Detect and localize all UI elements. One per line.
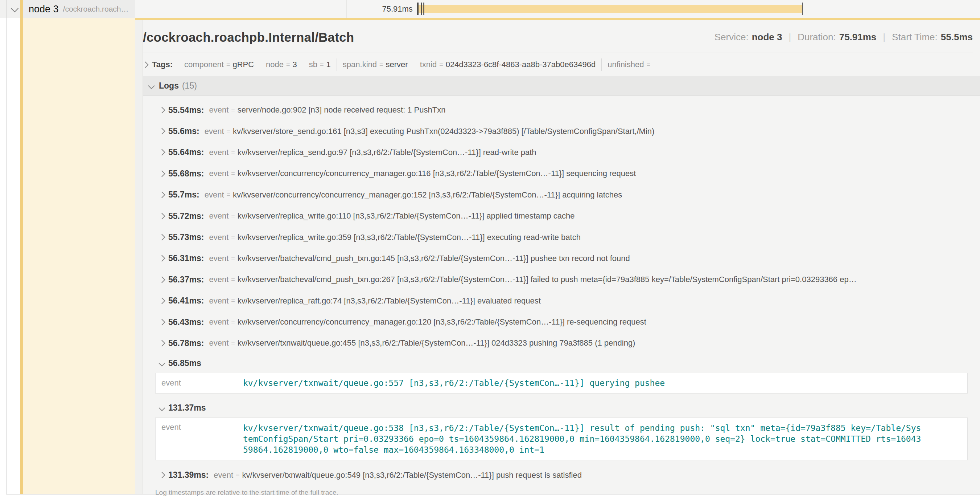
log-event-detail-box: eventkv/kvserver/txnwait/queue.go:557 [n…: [155, 373, 968, 394]
equals-sign: =: [231, 254, 235, 262]
log-row[interactable]: 56.31ms:event=kv/kvserver/batcheval/cmd_…: [143, 248, 976, 269]
log-timestamp: 55.72ms:: [168, 211, 204, 221]
logs-section-header[interactable]: Logs (15): [143, 76, 980, 96]
chevron-down-icon[interactable]: [148, 82, 154, 89]
tag-item[interactable]: sb=1: [303, 59, 337, 71]
service-color-bar: [20, 0, 23, 495]
chevron-right-icon[interactable]: [159, 319, 165, 325]
span-meta: Service:node 3|Duration:75.91ms|Start Ti…: [714, 32, 973, 43]
chevron-right-icon[interactable]: [159, 192, 165, 198]
log-row[interactable]: 55.54ms:event=server/node.go:902 [n3] no…: [143, 99, 976, 121]
chevron-right-icon[interactable]: [159, 234, 165, 240]
chevron-down-icon[interactable]: [159, 404, 165, 411]
span-duration-bar[interactable]: [417, 5, 802, 13]
log-row-expanded-header[interactable]: 131.37ms: [143, 399, 980, 418]
log-row[interactable]: 131.39ms:event=kv/kvserver/txnwait/queue…: [143, 465, 976, 486]
meta-label: Service:: [714, 32, 749, 43]
chevron-right-icon[interactable]: [159, 340, 165, 346]
span-detail-title: /cockroach.roachpb.Internal/Batch: [143, 30, 354, 45]
event-field-label: event: [161, 423, 243, 455]
log-message: kv/kvserver/concurrency/concurrency_mana…: [237, 317, 646, 327]
log-field-key: event: [209, 338, 229, 348]
tag-key: component: [184, 60, 224, 69]
chevron-right-icon[interactable]: [159, 128, 165, 134]
chevron-right-icon[interactable]: [159, 255, 165, 262]
tag-item[interactable]: node=3: [260, 59, 303, 71]
meta-value: 75.91ms: [839, 32, 877, 43]
tag-item[interactable]: txnid=024d3323-6c8f-4863-aa8b-37ab0e6349…: [414, 59, 601, 71]
span-duration-label: 75.91ms: [382, 0, 412, 18]
log-field-key: event: [209, 254, 229, 263]
log-field-key: event: [205, 127, 224, 136]
tag-key: sb: [309, 60, 317, 69]
tag-value: server: [386, 60, 408, 69]
span-detail-panel: /cockroach.roachpb.Internal/Batch Servic…: [135, 18, 980, 495]
meta-value: 55.5ms: [941, 32, 973, 43]
log-message: kv/kvserver/txnwait/queue.go:455 [n3,s3,…: [237, 338, 635, 348]
log-timestamp: 131.37ms: [168, 403, 206, 413]
chevron-down-icon[interactable]: [11, 5, 19, 12]
timeline-gridline: [346, 0, 347, 18]
span-row-gutter: [0, 0, 23, 18]
log-row-expanded-header[interactable]: 56.85ms: [143, 354, 980, 373]
log-row[interactable]: 55.6ms:event=kv/kvserver/store_send.go:1…: [143, 121, 976, 142]
tag-value: 024d3323-6c8f-4863-aa8b-37ab0e63496d: [446, 60, 595, 69]
equals-sign: =: [236, 471, 240, 479]
log-row[interactable]: 56.37ms:event=kv/kvserver/batcheval/cmd_…: [143, 269, 976, 290]
selected-row-column-highlight: [23, 18, 135, 495]
log-timestamp: 55.68ms:: [168, 169, 204, 179]
chevron-down-icon[interactable]: [159, 360, 165, 366]
log-marker: [422, 3, 422, 15]
log-field-key: event: [209, 317, 229, 327]
tag-value: 3: [293, 60, 297, 69]
tag-item[interactable]: unfinished=: [601, 59, 659, 71]
chevron-right-icon[interactable]: [159, 170, 165, 177]
equals-sign: =: [231, 170, 235, 177]
equals-sign: =: [231, 297, 235, 305]
chevron-right-icon[interactable]: [159, 472, 165, 479]
chevron-right-icon[interactable]: [159, 149, 165, 156]
log-row[interactable]: 55.64ms:event=kv/kvserver/replica_send.g…: [143, 142, 976, 163]
span-operation-name: /cockroach.roach…: [63, 5, 129, 13]
span-name-cell[interactable]: node 3 /cockroach.roach…: [23, 0, 135, 18]
log-timestamp: 56.78ms:: [168, 338, 204, 348]
event-field-value: kv/kvserver/txnwait/queue.go:557 [n3,s3,…: [243, 378, 923, 388]
equals-sign: =: [231, 276, 235, 284]
equals-sign: =: [379, 61, 383, 69]
log-row[interactable]: 55.7ms:event=kv/kvserver/concurrency/con…: [143, 184, 976, 206]
log-message: kv/kvserver/replica_raft.go:74 [n3,s3,r6…: [237, 296, 541, 306]
tags-row[interactable]: Tags: component=gRPCnode=3sb=1span.kind=…: [143, 53, 980, 76]
log-row[interactable]: 56.78ms:event=kv/kvserver/txnwait/queue.…: [143, 333, 976, 354]
equals-sign: =: [231, 106, 235, 114]
log-field-key: event: [214, 471, 233, 480]
log-row[interactable]: 55.68ms:event=kv/kvserver/concurrency/co…: [143, 163, 976, 184]
chevron-right-icon[interactable]: [143, 61, 149, 68]
log-row[interactable]: 55.72ms:event=kv/kvserver/replica_write.…: [143, 206, 976, 227]
log-message: kv/kvserver/store_send.go:161 [n3,s3] ex…: [233, 127, 654, 136]
chevron-right-icon[interactable]: [159, 107, 165, 113]
meta-separator: |: [883, 32, 885, 43]
log-timestamp: 56.85ms: [168, 358, 201, 368]
tag-key: unfinished: [608, 60, 644, 69]
tags-label: Tags:: [152, 60, 173, 69]
tag-value: 1: [326, 60, 331, 69]
log-timestamp: 56.43ms:: [168, 317, 204, 327]
tag-item[interactable]: span.kind=server: [337, 59, 414, 71]
log-field-key: event: [209, 296, 229, 306]
span-row[interactable]: node 3 /cockroach.roach… 75.91ms: [0, 0, 980, 18]
log-timestamp: 131.39ms:: [168, 470, 208, 480]
log-row[interactable]: 56.43ms:event=kv/kvserver/concurrency/co…: [143, 311, 976, 333]
chevron-right-icon[interactable]: [159, 213, 165, 219]
tag-item[interactable]: component=gRPC: [178, 59, 260, 71]
log-row[interactable]: 56.41ms:event=kv/kvserver/replica_raft.g…: [143, 290, 976, 311]
log-field-key: event: [209, 211, 229, 221]
span-timeline[interactable]: 75.91ms: [135, 0, 980, 18]
log-field-key: event: [209, 148, 229, 157]
chevron-right-icon[interactable]: [159, 276, 165, 283]
log-row[interactable]: 55.73ms:event=kv/kvserver/replica_write.…: [143, 227, 976, 247]
panel-bottom-divider: [6, 494, 980, 495]
log-timestamp: 56.41ms:: [168, 296, 204, 306]
equals-sign: =: [439, 61, 443, 69]
log-message: kv/kvserver/batcheval/cmd_push_txn.go:26…: [237, 275, 857, 284]
chevron-right-icon[interactable]: [159, 298, 165, 304]
